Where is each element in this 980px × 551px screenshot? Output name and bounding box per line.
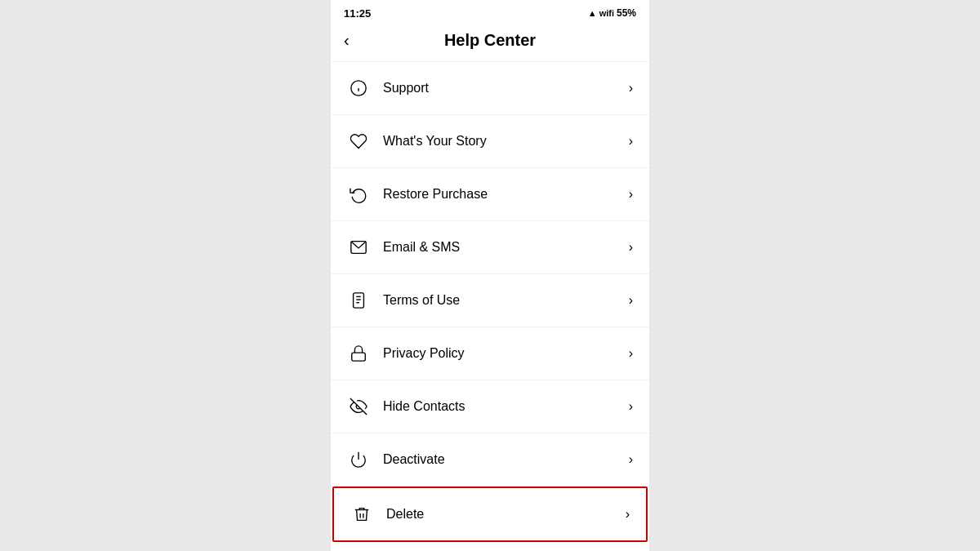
back-button[interactable]: ‹ bbox=[344, 31, 350, 50]
email-sms-arrow: › bbox=[629, 240, 633, 255]
hide-contacts-arrow: › bbox=[629, 399, 633, 414]
delete-label: Delete bbox=[386, 507, 626, 522]
menu-list: Support › What's Your Story › Restore Pu… bbox=[331, 62, 649, 551]
refresh-icon bbox=[347, 183, 370, 206]
restore-purchase-arrow: › bbox=[629, 187, 633, 202]
phone-screen: 11:25 ▲ wifi 55% ‹ Help Center Support ›… bbox=[331, 0, 649, 551]
lock-icon bbox=[347, 342, 370, 365]
trash-icon bbox=[350, 503, 373, 526]
menu-item-deactivate[interactable]: Deactivate › bbox=[331, 433, 649, 487]
time: 11:25 bbox=[344, 7, 371, 20]
deactivate-arrow: › bbox=[629, 452, 633, 467]
delete-arrow: › bbox=[626, 507, 630, 522]
email-sms-label: Email & SMS bbox=[383, 240, 629, 255]
menu-item-logout[interactable]: Logout › bbox=[331, 542, 649, 551]
eye-off-icon bbox=[347, 395, 370, 418]
wifi-icon: wifi bbox=[599, 8, 614, 18]
svg-rect-8 bbox=[352, 353, 366, 361]
whats-your-story-label: What's Your Story bbox=[383, 134, 629, 149]
privacy-policy-arrow: › bbox=[629, 346, 633, 361]
battery-text: 55% bbox=[617, 7, 636, 19]
menu-item-whats-your-story[interactable]: What's Your Story › bbox=[331, 115, 649, 168]
terms-of-use-label: Terms of Use bbox=[383, 293, 629, 308]
support-label: Support bbox=[383, 81, 629, 96]
menu-item-delete[interactable]: Delete › bbox=[332, 487, 648, 542]
menu-item-support[interactable]: Support › bbox=[331, 62, 649, 115]
page-header: ‹ Help Center bbox=[331, 23, 649, 62]
terms-of-use-arrow: › bbox=[629, 293, 633, 308]
privacy-policy-label: Privacy Policy bbox=[383, 346, 629, 361]
deactivate-label: Deactivate bbox=[383, 452, 629, 467]
restore-purchase-label: Restore Purchase bbox=[383, 187, 629, 202]
hide-contacts-label: Hide Contacts bbox=[383, 399, 629, 414]
menu-item-email-sms[interactable]: Email & SMS › bbox=[331, 221, 649, 274]
signal-icon: ▲ bbox=[588, 8, 597, 18]
status-icons: ▲ wifi 55% bbox=[588, 7, 636, 19]
power-icon bbox=[347, 448, 370, 471]
menu-item-terms-of-use[interactable]: Terms of Use › bbox=[331, 274, 649, 327]
menu-item-privacy-policy[interactable]: Privacy Policy › bbox=[331, 327, 649, 380]
support-arrow: › bbox=[629, 81, 633, 96]
menu-item-restore-purchase[interactable]: Restore Purchase › bbox=[331, 168, 649, 221]
status-bar: 11:25 ▲ wifi 55% bbox=[331, 0, 649, 23]
page-title: Help Center bbox=[444, 31, 536, 50]
clipboard-icon bbox=[347, 289, 370, 312]
whats-your-story-arrow: › bbox=[629, 134, 633, 149]
menu-item-hide-contacts[interactable]: Hide Contacts › bbox=[331, 380, 649, 433]
info-icon bbox=[347, 77, 370, 100]
mail-icon bbox=[347, 236, 370, 259]
svg-rect-4 bbox=[354, 293, 364, 308]
heart-icon bbox=[347, 130, 370, 153]
